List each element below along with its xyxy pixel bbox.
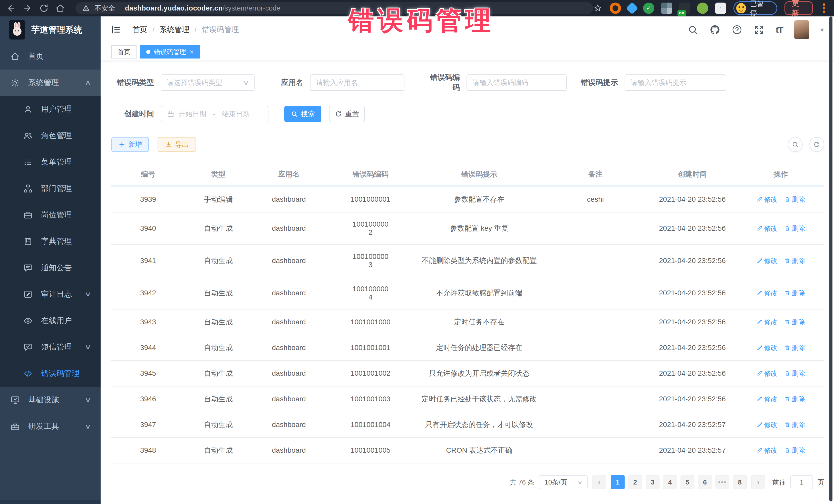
- table-row: 3940 自动生成 dashboard 100100000 2 参数配置 key…: [111, 212, 824, 245]
- browser-forward-icon[interactable]: [23, 3, 32, 13]
- edit-link[interactable]: 修改: [756, 289, 777, 298]
- sidebar-collapse-bar[interactable]: [0, 500, 101, 504]
- search-button[interactable]: 搜索: [284, 106, 321, 122]
- sidebar-item-briefcase[interactable]: 岗位管理: [0, 202, 101, 228]
- trash-icon: [784, 225, 790, 232]
- extension-green-tool-icon[interactable]: [697, 3, 708, 14]
- browser-reload-icon[interactable]: [39, 3, 49, 13]
- help-icon[interactable]: [731, 24, 742, 35]
- export-button[interactable]: 导出: [158, 137, 196, 152]
- delete-link[interactable]: 删除: [784, 420, 805, 429]
- avatar-caret-down-icon[interactable]: ▾: [820, 26, 824, 34]
- sidebar-item-audit[interactable]: 审计日志 ∨: [0, 281, 101, 307]
- sidebar-menu: 首页 系统管理 ∧ 用户管理 角色管理 菜单管理 部门管理 岗位管理 字典管理 …: [0, 43, 101, 500]
- edit-link[interactable]: 修改: [756, 420, 777, 429]
- sidebar-item-code[interactable]: 错误码管理: [0, 360, 101, 387]
- sidebar-item-toolbox[interactable]: 研发工具 ∨: [0, 413, 101, 440]
- sidebar-item-users[interactable]: 角色管理: [0, 123, 101, 149]
- browser-home-icon[interactable]: [56, 3, 65, 13]
- sidebar-item-gear[interactable]: 系统管理 ∧: [0, 69, 101, 96]
- delete-link[interactable]: 删除: [784, 343, 805, 352]
- extension-blue-gem-icon[interactable]: [626, 2, 638, 14]
- bookmark-star-icon[interactable]: [593, 3, 602, 13]
- page-size-select[interactable]: 10条/页 ∨: [539, 475, 588, 489]
- sidebar-item-user[interactable]: 用户管理: [0, 96, 101, 123]
- date-range-picker[interactable]: 开始日期 - 结束日期: [161, 106, 268, 122]
- breadcrumb-system[interactable]: 系统管理: [160, 25, 190, 35]
- sidebar-item-infra[interactable]: 基础设施 ∨: [0, 387, 101, 413]
- goto-unit-label: 页: [817, 478, 824, 487]
- cell-code: 1001001004: [326, 412, 415, 438]
- show-search-toggle-button[interactable]: [788, 137, 803, 152]
- browser-update-button[interactable]: 更新: [785, 1, 813, 15]
- edit-link[interactable]: 修改: [756, 318, 777, 327]
- sidebar-item-book[interactable]: 字典管理: [0, 228, 101, 255]
- download-icon: [165, 141, 172, 148]
- extension-puzzle-icon[interactable]: ◦: [715, 3, 726, 14]
- font-size-icon[interactable]: tT: [776, 25, 783, 35]
- delete-link[interactable]: 删除: [784, 318, 805, 327]
- page-button-4[interactable]: 4: [663, 475, 677, 489]
- delete-link[interactable]: 删除: [784, 289, 805, 298]
- tab-error-code[interactable]: 错误码管理 ×: [140, 45, 200, 59]
- more-pages-button[interactable]: •••: [716, 475, 729, 489]
- error-type-select[interactable]: 请选择错误码类型 ∨: [161, 74, 255, 91]
- app-name-input[interactable]: 请输入应用名: [310, 74, 404, 91]
- delete-link[interactable]: 删除: [784, 369, 805, 378]
- delete-link[interactable]: 删除: [784, 224, 805, 233]
- sidebar-item-list[interactable]: 菜单管理: [0, 149, 101, 175]
- tab-home[interactable]: 首页: [111, 45, 136, 59]
- page-button-1[interactable]: 1: [611, 475, 624, 489]
- edit-link[interactable]: 修改: [756, 195, 777, 204]
- user-avatar[interactable]: [794, 20, 809, 39]
- edit-link[interactable]: 修改: [756, 446, 777, 455]
- fullscreen-icon[interactable]: [754, 24, 765, 35]
- sidebar-toggle-icon[interactable]: [111, 25, 121, 35]
- sidebar-item-comment[interactable]: 通知公告: [0, 255, 101, 281]
- sidebar-item-tree[interactable]: 部门管理: [0, 175, 101, 202]
- reset-button[interactable]: 重置: [329, 106, 365, 122]
- header-search-icon[interactable]: [687, 24, 698, 35]
- edit-link[interactable]: 修改: [756, 224, 777, 233]
- security-label[interactable]: 不安全: [94, 4, 115, 13]
- error-code-input[interactable]: 请输入错误码编码: [466, 74, 567, 91]
- tab-close-icon[interactable]: ×: [190, 48, 194, 55]
- sidebar-item-sms[interactable]: 短信管理 ∨: [0, 334, 101, 360]
- address-bar[interactable]: 不安全 dashboard.yudao.iocoder.cn/system/er…: [75, 2, 593, 14]
- app-logo[interactable]: 芋道管理系统: [0, 17, 101, 43]
- delete-link[interactable]: 删除: [784, 256, 805, 265]
- delete-link[interactable]: 删除: [784, 446, 805, 455]
- browser-menu-icon[interactable]: [823, 7, 825, 9]
- delete-link[interactable]: 删除: [784, 395, 805, 404]
- edit-link[interactable]: 修改: [756, 395, 777, 404]
- cell-remark: ceshi: [543, 186, 648, 212]
- goto-page-input[interactable]: [790, 475, 813, 489]
- edit-link[interactable]: 修改: [756, 369, 777, 378]
- error-msg-input[interactable]: 请输入错误码提示: [624, 74, 726, 91]
- page-button-3[interactable]: 3: [646, 475, 659, 489]
- sidebar-item-home[interactable]: 首页: [0, 43, 101, 69]
- url-text: dashboard.yudao.iocoder.cn/system/error-…: [125, 4, 281, 12]
- refresh-table-button[interactable]: [809, 137, 824, 152]
- next-page-button[interactable]: ›: [751, 475, 765, 489]
- sidebar-item-online[interactable]: 在线用户: [0, 307, 101, 334]
- page-scrollbar[interactable]: [829, 17, 832, 501]
- page-button-6[interactable]: 6: [698, 475, 712, 489]
- page-button-8[interactable]: 8: [733, 475, 747, 489]
- delete-link[interactable]: 删除: [784, 195, 805, 204]
- extension-script-manager-icon[interactable]: on: [679, 3, 690, 14]
- browser-back-icon[interactable]: [6, 3, 16, 13]
- prev-page-button[interactable]: ‹: [592, 475, 606, 489]
- edit-link[interactable]: 修改: [756, 343, 777, 352]
- browser-profile-chip[interactable]: 已暂停: [733, 1, 777, 15]
- page-button-2[interactable]: 2: [628, 475, 642, 489]
- extension-orange-ring-icon[interactable]: [610, 3, 621, 14]
- breadcrumb-home[interactable]: 首页: [132, 25, 147, 35]
- page-button-5[interactable]: 5: [681, 475, 695, 489]
- github-icon[interactable]: [709, 24, 720, 35]
- add-button[interactable]: 新增: [111, 137, 149, 152]
- edit-link[interactable]: 修改: [756, 256, 777, 265]
- extension-grid-icon[interactable]: [661, 3, 672, 14]
- edit-pencil-icon: [756, 225, 763, 232]
- extension-green-check-icon[interactable]: ✓: [643, 3, 654, 14]
